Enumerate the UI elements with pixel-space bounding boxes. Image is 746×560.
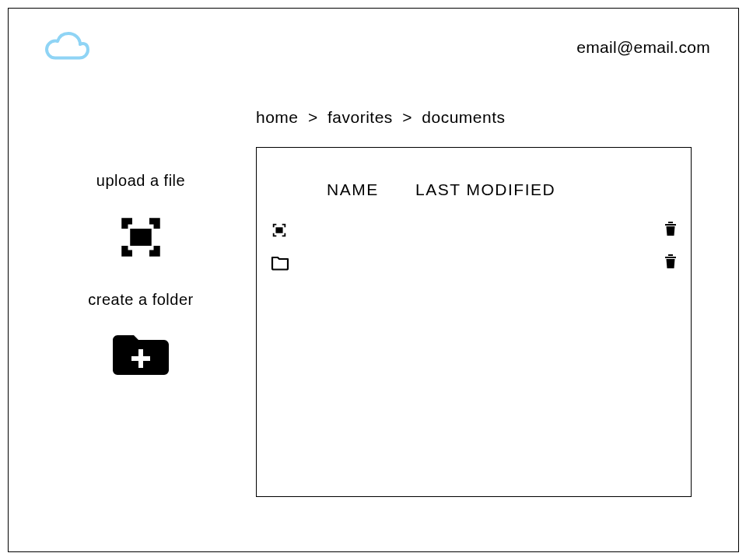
sidebar: upload a file create a folder	[79, 172, 203, 405]
app-frame: email@email.com home > favorites > docum…	[8, 8, 739, 552]
create-folder-label: create a folder	[79, 291, 203, 309]
trash-icon	[664, 222, 677, 236]
column-header-modified[interactable]: LAST MODIFIED	[415, 180, 555, 199]
user-email[interactable]: email@email.com	[576, 38, 710, 57]
folder-plus-icon	[113, 331, 169, 377]
trash-icon	[664, 254, 677, 268]
image-placeholder-icon	[115, 212, 166, 263]
delete-button[interactable]	[664, 254, 677, 271]
file-list-panel: NAME LAST MODIFIED	[256, 147, 692, 497]
delete-button[interactable]	[664, 222, 677, 239]
breadcrumb-favorites[interactable]: favorites	[327, 108, 393, 126]
table-row[interactable]	[271, 252, 677, 274]
cloud-icon	[43, 30, 91, 66]
image-placeholder-icon	[271, 222, 291, 239]
folder-icon	[271, 255, 291, 271]
upload-file-label: upload a file	[79, 172, 203, 190]
breadcrumb-home[interactable]: home	[256, 108, 299, 126]
breadcrumb: home > favorites > documents	[256, 108, 506, 127]
create-folder-button[interactable]	[113, 331, 169, 380]
table-row[interactable]	[271, 219, 677, 241]
upload-file-button[interactable]	[115, 212, 166, 266]
column-header-name[interactable]: NAME	[327, 180, 379, 199]
chevron-right-icon: >	[308, 108, 318, 126]
chevron-right-icon: >	[402, 108, 412, 126]
breadcrumb-documents[interactable]: documents	[422, 108, 505, 126]
